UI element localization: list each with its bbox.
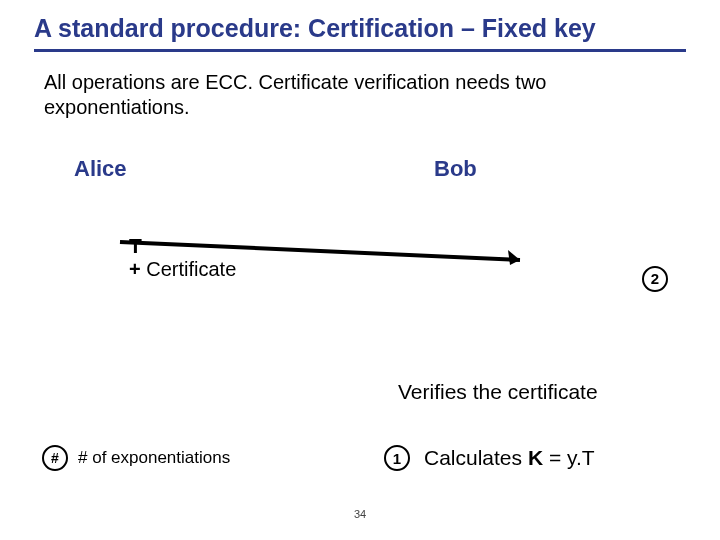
- calc-K: K: [528, 446, 543, 469]
- message-cert: Certificate: [146, 258, 236, 280]
- intro-text: All operations are ECC. Certificate veri…: [44, 70, 676, 120]
- message-T: T: [129, 234, 236, 258]
- calc-row: 1 Calculates K = y.T: [384, 445, 595, 471]
- parties-row: Alice Bob: [34, 156, 686, 186]
- calc-text: Calculates K = y.T: [424, 446, 595, 470]
- legend-badge: #: [42, 445, 68, 471]
- message-label: T + Certificate: [129, 234, 236, 281]
- calc-prefix: Calculates: [424, 446, 528, 469]
- protocol-area: T + Certificate 2: [34, 186, 686, 296]
- bob-label: Bob: [434, 156, 477, 182]
- title-underline: [34, 49, 686, 52]
- calc-suffix: = y.T: [543, 446, 595, 469]
- exponentiation-count-2: 2: [642, 266, 668, 292]
- verify-text: Verifies the certificate: [398, 380, 598, 404]
- alice-label: Alice: [74, 156, 127, 182]
- legend: # # of exponentiations: [42, 445, 230, 471]
- slide-title: A standard procedure: Certification – Fi…: [34, 14, 686, 47]
- legend-text: # of exponentiations: [78, 448, 230, 468]
- exponentiation-count-1: 1: [384, 445, 410, 471]
- svg-marker-1: [508, 250, 520, 265]
- message-plus: +: [129, 258, 141, 280]
- page-number: 34: [354, 508, 366, 520]
- slide: A standard procedure: Certification – Fi…: [0, 0, 720, 540]
